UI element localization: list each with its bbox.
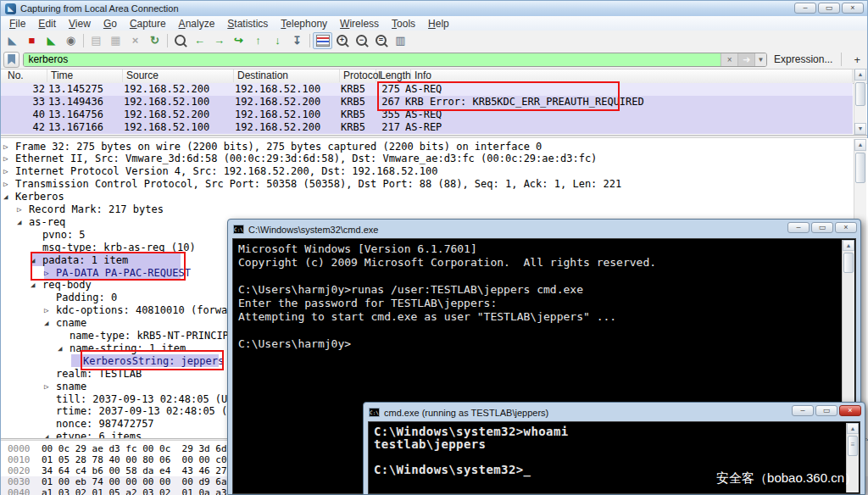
capture-options-icon[interactable]: ◉: [61, 32, 81, 49]
packet-row-42[interactable]: 4213.167166192.168.52.100192.168.52.200K…: [1, 121, 853, 134]
cell-source: 192.168.52.200: [124, 108, 232, 121]
collapse-icon[interactable]: ◢: [17, 218, 29, 226]
hex-bytes: a1 03 02 01 05 a2 03 02 01 0a a3 15: [42, 487, 243, 495]
menu-telephony[interactable]: Telephony: [275, 17, 334, 31]
auto-scroll-icon[interactable]: ↧: [287, 32, 307, 49]
watermark: 安全客（bobao.360.cn）: [716, 470, 857, 487]
menubar: FileEditViewGoCaptureAnalyzeStatisticsTe…: [1, 16, 867, 31]
menu-statistics[interactable]: Statistics: [221, 17, 275, 31]
column-header-length[interactable]: Length: [377, 70, 411, 82]
menu-wireless[interactable]: Wireless: [334, 17, 386, 31]
tree-row[interactable]: ◢Kerberos: [1, 191, 868, 203]
scrollbar-thumb[interactable]: [855, 82, 865, 106]
expand-icon[interactable]: ▷: [3, 154, 15, 163]
start-capture-icon[interactable]: ◣: [3, 32, 22, 49]
menu-capture[interactable]: Capture: [124, 17, 173, 31]
save-file-icon[interactable]: ▦: [106, 32, 125, 49]
zoom-100-icon[interactable]: =: [371, 32, 391, 49]
expand-icon[interactable]: ▷: [17, 205, 29, 214]
go-to-packet-icon[interactable]: ↪: [229, 32, 248, 49]
open-file-icon[interactable]: ▤: [86, 32, 106, 49]
menu-edit[interactable]: Edit: [32, 17, 63, 31]
hex-offset: 0030: [8, 476, 31, 487]
zoom-in-icon[interactable]: +: [332, 32, 352, 49]
menu-view[interactable]: View: [63, 17, 97, 31]
resize-columns-icon[interactable]: ▥: [391, 32, 410, 49]
scrollbar-thumb[interactable]: [843, 253, 854, 273]
minimize-button[interactable]: –: [792, 405, 814, 416]
restore-button[interactable]: ▭: [818, 3, 840, 14]
filter-bookmark-button[interactable]: [3, 52, 19, 68]
filter-apply-button[interactable]: ➜: [737, 53, 754, 66]
cell-length: 217: [375, 121, 400, 134]
menu-file[interactable]: File: [3, 17, 32, 31]
column-header-destination[interactable]: Destination: [235, 70, 340, 82]
go-back-icon[interactable]: ←: [190, 32, 209, 49]
menu-tools[interactable]: Tools: [386, 17, 422, 31]
maximize-button[interactable]: ▭: [815, 405, 837, 416]
close-button[interactable]: ×: [842, 3, 864, 14]
tree-row[interactable]: ▷Internet Protocol Version 4, Src: 192.1…: [1, 165, 868, 178]
maximize-button[interactable]: ▭: [811, 222, 833, 233]
tree-row[interactable]: ▷Frame 32: 275 bytes on wire (2200 bits)…: [1, 140, 868, 153]
close-button[interactable]: ×: [835, 222, 857, 233]
stop-capture-icon[interactable]: ■: [22, 32, 42, 49]
tree-row[interactable]: ▷Ethernet II, Src: Vmware_3d:6d:58 (00:0…: [1, 153, 868, 165]
expand-icon[interactable]: ▷: [44, 306, 56, 314]
hex-offset: 0040: [8, 487, 31, 495]
expand-icon[interactable]: ▷: [3, 180, 15, 188]
scroll-up-icon[interactable]: ▲: [854, 69, 866, 81]
scrollbar-thumb[interactable]: [848, 436, 858, 456]
column-header-protocol[interactable]: Protocol: [341, 70, 376, 82]
find-packet-icon[interactable]: [170, 32, 190, 49]
column-header-source[interactable]: Source: [124, 70, 234, 82]
menu-go[interactable]: Go: [97, 17, 124, 31]
expand-icon[interactable]: ▷: [3, 142, 15, 151]
expand-icon[interactable]: ▷: [3, 167, 15, 175]
column-header-time[interactable]: Time: [48, 70, 123, 82]
colorize-icon[interactable]: [313, 32, 332, 49]
cmd1-titlebar[interactable]: C:\ C:\Windows\system32\cmd.exe: [231, 221, 857, 237]
go-last-icon[interactable]: ↓: [268, 32, 287, 49]
collapse-icon[interactable]: ◢: [3, 192, 15, 201]
close-file-icon[interactable]: ×: [125, 32, 145, 49]
scroll-up-icon[interactable]: ▲: [847, 423, 859, 434]
menu-help[interactable]: Help: [422, 17, 456, 31]
expand-icon[interactable]: ▷: [44, 382, 56, 391]
minimize-button[interactable]: –: [794, 3, 816, 14]
packet-row-40[interactable]: 4013.164756192.168.52.200192.168.52.100K…: [1, 108, 853, 121]
collapse-icon[interactable]: ◢: [44, 319, 56, 327]
column-header-no[interactable]: No.: [5, 70, 47, 82]
cmd2-titlebar[interactable]: C:\ cmd.exe (running as TESTLAB\jeppers): [367, 404, 861, 420]
tree-row[interactable]: ▷Record Mark: 217 bytes: [1, 203, 868, 216]
scrollbar-thumb[interactable]: [855, 153, 865, 183]
scroll-down-icon[interactable]: ▼: [854, 123, 866, 135]
close-button[interactable]: ×: [839, 405, 861, 416]
cell-protocol: KRB5: [341, 96, 374, 108]
collapse-icon[interactable]: ◢: [31, 281, 42, 289]
zoom-out-icon[interactable]: −: [352, 32, 371, 49]
collapse-icon[interactable]: ◢: [58, 344, 70, 353]
filter-dropdown-button[interactable]: ▼: [754, 53, 766, 66]
add-filter-button[interactable]: +: [847, 53, 867, 66]
go-forward-icon[interactable]: →: [209, 32, 229, 49]
go-first-icon[interactable]: ↑: [248, 32, 268, 49]
packet-row-32[interactable]: 3213.145275192.168.52.200192.168.52.100K…: [1, 83, 853, 96]
minimize-button[interactable]: –: [787, 222, 810, 233]
restart-capture-icon[interactable]: ◣: [42, 32, 61, 49]
packet-row-33[interactable]: 3313.149436192.168.52.100192.168.52.200K…: [1, 96, 853, 108]
expression-button[interactable]: Expression...: [771, 53, 836, 65]
tree-row[interactable]: ▷Transmission Control Protocol, Src Port…: [1, 178, 868, 191]
filter-clear-button[interactable]: ×: [721, 53, 737, 66]
reload-icon[interactable]: ↻: [145, 32, 164, 49]
packet-list-scrollbar[interactable]: ▲ ▼: [854, 69, 866, 135]
packet-rows: 3213.145275192.168.52.200192.168.52.100K…: [1, 83, 853, 135]
scroll-up-icon[interactable]: ▲: [854, 139, 866, 151]
menu-analyze[interactable]: Analyze: [173, 17, 222, 31]
expand-icon[interactable]: ▷: [44, 269, 56, 277]
display-filter-input[interactable]: [24, 53, 721, 66]
column-header-info[interactable]: Info: [412, 70, 853, 82]
collapse-icon[interactable]: ◢: [31, 256, 42, 264]
scroll-up-icon[interactable]: ▲: [843, 240, 854, 251]
titlebar[interactable]: ◣ Capturing from Local Area Connection –…: [1, 1, 867, 16]
